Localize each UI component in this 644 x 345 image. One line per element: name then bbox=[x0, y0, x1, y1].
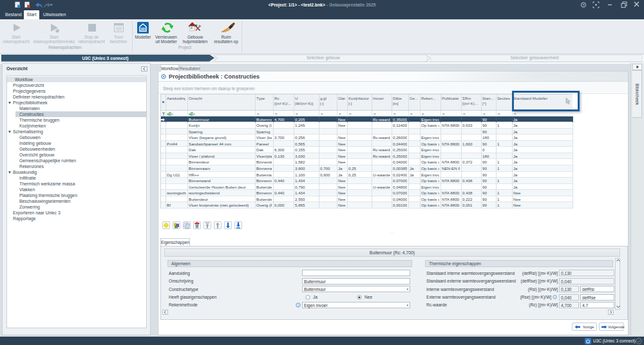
svg-text:c: c bbox=[171, 112, 173, 116]
svg-text:i: i bbox=[298, 303, 299, 307]
svg-text:3D: 3D bbox=[140, 27, 146, 31]
svg-text:i: i bbox=[554, 295, 556, 299]
svg-text:?: ? bbox=[582, 3, 585, 7]
svg-text:c: c bbox=[193, 112, 195, 116]
